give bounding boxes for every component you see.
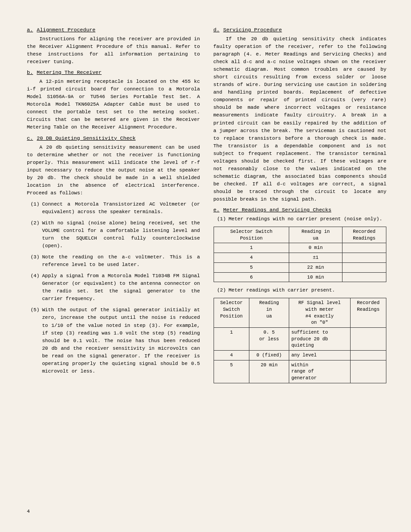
step-3: (3) Note the reading on the a-c voltmete… xyxy=(27,253,200,269)
section-b-para: A 12-pin metering receptacle is located … xyxy=(27,78,200,131)
t2r2c4 xyxy=(351,351,386,360)
section-a-para: Instructions for aligning the receiver a… xyxy=(27,35,200,66)
t1r2c2: ±1 xyxy=(289,253,342,263)
step-2-text: With no signal (noise alone) being recei… xyxy=(42,219,200,250)
t1r4c1: 6 xyxy=(214,272,289,282)
t2r3c3: withinrange ofgenerator xyxy=(289,360,350,383)
t1r1c3 xyxy=(342,243,386,253)
table2-col3-header: RF Signal levelwith meter#4 exactlyon "0… xyxy=(289,298,350,328)
t1r3c3 xyxy=(342,262,386,272)
step-2-num: (2) xyxy=(27,219,39,250)
t2r1c2: 0. 5or less xyxy=(249,328,289,351)
section-d-heading: d. Servicing Procedure xyxy=(214,27,387,33)
step-3-num: (3) xyxy=(27,253,39,269)
step-1-num: (1) xyxy=(27,201,39,216)
sub2-text: Meter readings with carrier present. xyxy=(229,287,387,294)
left-column: a. Alignment Procedure Instructions for … xyxy=(27,27,200,388)
section-e-label: e. xyxy=(214,207,220,213)
section-d-label: d. xyxy=(214,27,220,33)
table-no-carrier: Selector SwitchPosition Reading inua Rec… xyxy=(214,227,387,282)
table1-col2-header: Reading inua xyxy=(289,227,342,243)
section-c-label: c. xyxy=(27,135,33,141)
sub1-text: Meter readings with no carrier present (… xyxy=(229,215,387,223)
step-3-text: Note the reading on the a-c voltmeter. T… xyxy=(42,253,200,269)
table-row: 6 10 min xyxy=(214,272,386,282)
table2-col1-header: SelectorSwitchPosition xyxy=(214,298,249,328)
step-4-text: Apply a signal from a Motorola Model T10… xyxy=(42,272,200,303)
table1-col1-header: Selector SwitchPosition xyxy=(214,227,289,243)
t2r2c3: any level xyxy=(289,351,350,360)
t2r1c3: sufficient toproduce 20 dbquieting xyxy=(289,328,350,351)
table-row: 1 0 min xyxy=(214,243,386,253)
section-c-heading: c. 20 DB Quieting Sensitivity Check xyxy=(27,135,200,141)
step-1-text: Connect a Motorola Transistorized AC Vol… xyxy=(42,201,200,216)
step-1: (1) Connect a Motorola Transistorized AC… xyxy=(27,201,200,216)
section-a-label: a. xyxy=(27,27,33,33)
section-d-title: Servicing Procedure xyxy=(223,27,282,33)
sub2-num: (2) xyxy=(214,287,226,294)
right-column: d. Servicing Procedure If the 20 db quie… xyxy=(214,27,387,388)
t2r1c1: 1 xyxy=(214,328,249,351)
table-row: 5 22 min xyxy=(214,262,386,272)
t2r2c1: 4 xyxy=(214,351,249,360)
table2-col4-header: RecordedReadings xyxy=(351,298,386,328)
t1r3c2: 22 min xyxy=(289,262,342,272)
table-row: 1 0. 5or less sufficient toproduce 20 db… xyxy=(214,328,386,351)
page: a. Alignment Procedure Instructions for … xyxy=(0,0,411,532)
table-row: 4 0 (fixed) any level xyxy=(214,351,386,360)
t1r3c1: 5 xyxy=(214,262,289,272)
t1r2c1: 4 xyxy=(214,253,289,263)
t1r4c2: 10 min xyxy=(289,272,342,282)
table-row: 5 20 min withinrange ofgenerator xyxy=(214,360,386,383)
table1-col3-header: RecordedReadings xyxy=(342,227,386,243)
section-b-title: Metering The Receiver xyxy=(37,69,102,75)
step-4-num: (4) xyxy=(27,272,39,303)
section-d-para: If the 20 db quieting sensitivity check … xyxy=(214,35,387,203)
sub2-header: (2) Meter readings with carrier present. xyxy=(214,287,387,294)
section-a-title: Alignment Procedure xyxy=(37,27,95,33)
page-number: 4 xyxy=(27,509,30,514)
t2r3c2: 20 min xyxy=(249,360,289,383)
section-c-title: 20 DB Quieting Sensitivity Check xyxy=(37,135,136,141)
step-5-num: (5) xyxy=(27,306,39,375)
sub1-header: (1) Meter readings with no carrier prese… xyxy=(214,215,387,223)
t2r3c4 xyxy=(351,360,386,383)
section-e-title: Meter Readings and Servicing Checks xyxy=(223,207,332,213)
table-with-carrier: SelectorSwitchPosition Readinginua RF Si… xyxy=(214,298,387,383)
t2r3c1: 5 xyxy=(214,360,249,383)
table-row: 4 ±1 xyxy=(214,253,386,263)
step-4: (4) Apply a signal from a Motorola Model… xyxy=(27,272,200,303)
section-c-para: A 20 db quieting sensitivity measurement… xyxy=(27,144,200,197)
t1r1c2: 0 min xyxy=(289,243,342,253)
t1r4c3 xyxy=(342,272,386,282)
table2-col2-header: Readinginua xyxy=(249,298,289,328)
step-5-text: With the output of the signal generator … xyxy=(42,306,200,375)
t1r1c1: 1 xyxy=(214,243,289,253)
step-5: (5) With the output of the signal genera… xyxy=(27,306,200,375)
section-a-heading: a. Alignment Procedure xyxy=(27,27,200,33)
step-2: (2) With no signal (noise alone) being r… xyxy=(27,219,200,250)
t1r2c3 xyxy=(342,253,386,263)
two-column-layout: a. Alignment Procedure Instructions for … xyxy=(27,27,386,388)
section-e-heading: e. Meter Readings and Servicing Checks xyxy=(214,207,387,213)
section-b-label: b. xyxy=(27,69,33,75)
t2r2c2: 0 (fixed) xyxy=(249,351,289,360)
section-b-heading: b. Metering The Receiver xyxy=(27,69,200,75)
t2r1c4 xyxy=(351,328,386,351)
sub1-num: (1) xyxy=(214,215,226,223)
